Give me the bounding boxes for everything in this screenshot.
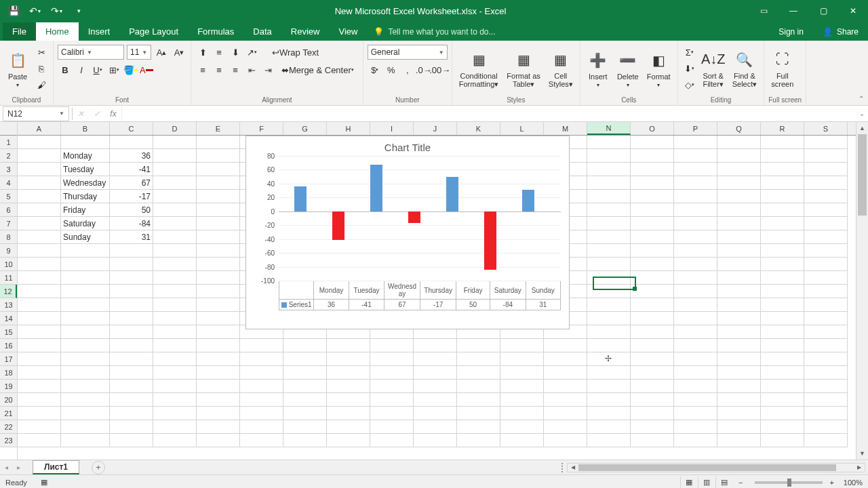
- tell-me-search[interactable]: 💡Tell me what you want to do...: [367, 23, 502, 41]
- page-break-view-button[interactable]: ▤: [715, 476, 733, 489]
- grow-font-button[interactable]: A▴: [154, 45, 169, 60]
- clear-button[interactable]: ◇▾: [682, 77, 697, 92]
- tab-file[interactable]: File: [3, 22, 36, 41]
- orientation-button[interactable]: ↗▾: [244, 45, 259, 60]
- align-center-button[interactable]: ≡: [212, 62, 226, 77]
- align-right-button[interactable]: ≡: [228, 62, 243, 77]
- font-size-select[interactable]: 11▼: [127, 45, 151, 60]
- paste-button[interactable]: 📋Paste▾: [4, 48, 31, 89]
- fill-button[interactable]: ⬇▾: [682, 61, 697, 76]
- tab-page-layout[interactable]: Page Layout: [119, 22, 188, 41]
- redo-button[interactable]: ↷▼: [47, 1, 66, 20]
- sheet-nav-first[interactable]: ◂: [0, 461, 12, 474]
- align-top-button[interactable]: ⬆: [195, 45, 210, 60]
- currency-button[interactable]: $▾: [368, 62, 382, 77]
- zoom-in-button[interactable]: +: [829, 479, 833, 487]
- zoom-slider[interactable]: [755, 481, 823, 484]
- maximize-button[interactable]: ▢: [808, 0, 838, 22]
- tab-review[interactable]: Review: [281, 22, 330, 41]
- sort-filter-button[interactable]: A↓ZSort &Filter▾: [700, 47, 727, 89]
- group-styles: ▦ConditionalFormatting▾ ▦Format asTable▾…: [452, 41, 580, 105]
- zoom-out-button[interactable]: −: [738, 479, 743, 487]
- cut-button[interactable]: ✂: [34, 45, 49, 60]
- format-cells-button[interactable]: ◧Format▾: [644, 48, 673, 89]
- format-painter-button[interactable]: 🖌: [34, 77, 49, 92]
- minimize-button[interactable]: —: [778, 0, 808, 22]
- scroll-up-button[interactable]: ▲: [856, 122, 868, 134]
- wrap-text-button[interactable]: ↩ Wrap Text: [267, 45, 323, 60]
- expand-formula-bar-button[interactable]: ⌄: [856, 110, 868, 117]
- vertical-scrollbar[interactable]: ▲ ▼: [856, 122, 868, 460]
- shrink-font-button[interactable]: A▾: [172, 45, 186, 60]
- borders-button[interactable]: ⊞▾: [106, 62, 121, 77]
- cancel-icon[interactable]: ✕: [73, 106, 89, 121]
- tab-data[interactable]: Data: [243, 22, 281, 41]
- find-select-button[interactable]: 🔍Find &Select▾: [730, 47, 760, 89]
- add-sheet-button[interactable]: +: [92, 461, 105, 474]
- underline-button[interactable]: U▾: [90, 62, 105, 77]
- percent-button[interactable]: %: [384, 62, 399, 77]
- fill-color-button[interactable]: 🪣: [123, 62, 138, 77]
- scroll-thumb[interactable]: [858, 134, 867, 216]
- group-editing: Σ▾ ⬇▾ ◇▾ A↓ZSort &Filter▾ 🔍Find &Select▾…: [678, 41, 765, 105]
- page-layout-view-button[interactable]: ▥: [698, 476, 715, 489]
- conditional-formatting-button[interactable]: ▦ConditionalFormatting▾: [456, 47, 502, 89]
- scroll-right-button[interactable]: ▶: [854, 464, 865, 472]
- align-left-button[interactable]: ≡: [195, 62, 210, 77]
- copy-button[interactable]: ⎘: [34, 61, 49, 76]
- macro-icon[interactable]: ▦: [41, 478, 47, 487]
- number-format-select[interactable]: General▼: [368, 45, 448, 60]
- comma-button[interactable]: ,: [400, 62, 415, 77]
- scroll-down-button[interactable]: ▼: [856, 447, 868, 460]
- collapse-ribbon-button[interactable]: ⌃: [859, 95, 864, 102]
- autosum-button[interactable]: Σ▾: [682, 45, 697, 60]
- merge-center-button[interactable]: ⬌ Merge & Center ▾: [277, 62, 359, 77]
- cell-styles-icon: ▦: [550, 49, 572, 70]
- signin-link[interactable]: Sign in: [769, 23, 813, 41]
- ribbon-tabs: File Home Insert Page Layout Formulas Da…: [0, 22, 868, 41]
- tab-home[interactable]: Home: [36, 22, 79, 41]
- tab-formulas[interactable]: Formulas: [188, 22, 243, 41]
- decrease-indent-button[interactable]: ⇤: [244, 62, 259, 77]
- fx-icon[interactable]: fx: [105, 106, 121, 121]
- qat-customize-button[interactable]: ▾: [69, 1, 88, 20]
- share-button[interactable]: 👤Share: [813, 23, 868, 41]
- horizontal-scrollbar[interactable]: ◀ ▶: [567, 463, 865, 472]
- scroll-left-button[interactable]: ◀: [568, 464, 578, 472]
- delete-cells-button[interactable]: ➖Delete▾: [614, 48, 642, 89]
- column-headers[interactable]: ABCDEFGHIJKLMNOPQRS: [18, 122, 856, 136]
- normal-view-button[interactable]: ▦: [680, 476, 698, 489]
- undo-button[interactable]: ↶▼: [26, 1, 45, 20]
- sheet-tab-active[interactable]: Лист1: [33, 460, 79, 474]
- chart-plot-area[interactable]: 806040200-20-40-60-80-100: [279, 156, 561, 281]
- italic-button[interactable]: I: [74, 62, 89, 77]
- chart-title[interactable]: Chart Title: [246, 136, 569, 156]
- increase-indent-button[interactable]: ⇥: [260, 62, 275, 77]
- formula-input[interactable]: [121, 106, 856, 121]
- embedded-chart[interactable]: Chart Title 806040200-20-40-60-80-100 Mo…: [245, 136, 570, 329]
- ribbon-options-icon[interactable]: ▭: [749, 0, 778, 22]
- align-middle-button[interactable]: ≡: [212, 45, 226, 60]
- sheet-nav-prev[interactable]: ▸: [12, 461, 24, 474]
- insert-cells-button[interactable]: ➕Insert▾: [585, 48, 612, 89]
- delete-icon: ➖: [617, 49, 639, 71]
- font-color-button[interactable]: A: [139, 62, 154, 77]
- close-button[interactable]: ✕: [838, 0, 868, 22]
- bold-button[interactable]: B: [58, 62, 73, 77]
- enter-icon[interactable]: ✓: [89, 106, 105, 121]
- format-icon: ◧: [648, 49, 669, 71]
- font-name-select[interactable]: Calibri▼: [58, 45, 124, 60]
- select-all-corner[interactable]: [0, 122, 17, 136]
- tab-view[interactable]: View: [329, 22, 367, 41]
- align-bottom-button[interactable]: ⬇: [228, 45, 243, 60]
- format-as-table-button[interactable]: ▦Format asTable▾: [504, 47, 543, 89]
- fullscreen-button[interactable]: ⛶Fullscreen: [768, 47, 796, 89]
- save-button[interactable]: 💾: [4, 1, 23, 20]
- hscroll-thumb[interactable]: [578, 464, 836, 471]
- cell-styles-button[interactable]: ▦CellStyles▾: [546, 47, 576, 89]
- tab-insert[interactable]: Insert: [79, 22, 120, 41]
- group-fullscreen: ⛶Fullscreen Full screen: [764, 41, 806, 105]
- name-box[interactable]: N12▼: [3, 106, 69, 121]
- decrease-decimal-button[interactable]: .00→: [433, 62, 448, 77]
- zoom-level[interactable]: 100%: [844, 479, 863, 487]
